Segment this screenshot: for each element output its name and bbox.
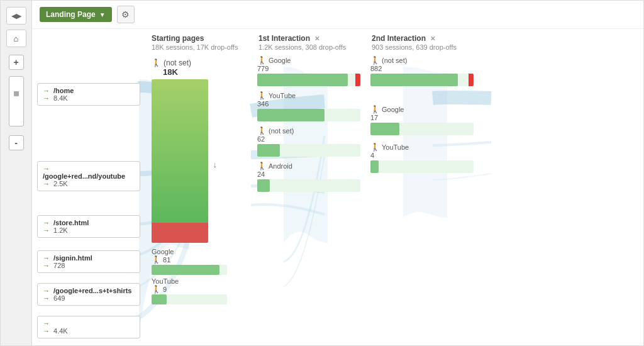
interaction2-youtube-fill	[370, 160, 379, 173]
interaction2-google-label: 🚶 Google	[370, 105, 474, 114]
arrow-icon-7: →	[43, 254, 50, 262]
interaction1-youtube[interactable]: 🚶 YouTube 346	[257, 91, 360, 121]
content-area: Landing Page ▼ ⚙	[32, 1, 643, 345]
starting-main-node[interactable]: 🚶 (not set) 18K	[152, 59, 246, 77]
landing-node-gy-label: → /google+red...nd/youtube	[43, 165, 135, 180]
landing-column: → /home → 8.4K → /google+red...nd/youtub…	[32, 29, 145, 345]
starting-subtitle: 18K sessions, 17K drop-offs	[152, 43, 246, 51]
interaction1-android-label: 🚶 Android	[257, 162, 360, 170]
arrow-icon: →	[43, 87, 50, 94]
interaction2-youtube[interactable]: 🚶 YouTube 4	[370, 143, 474, 173]
gear-icon: ⚙	[121, 9, 130, 20]
starting-google-value: 🚶 81	[152, 255, 246, 264]
info-icon[interactable]: ✕	[314, 35, 319, 42]
interaction2-youtube-label: 🚶 YouTube	[370, 143, 474, 152]
not-set-label: 🚶 (not set)	[152, 59, 246, 67]
flow-area: → /home → 8.4K → /google+red...nd/youtub…	[32, 29, 643, 345]
interaction2-header: 2nd Interaction ✕ 903 sessions, 639 drop…	[365, 29, 479, 53]
back-forward-btn[interactable]: ◀▶	[6, 7, 26, 25]
spacer1	[32, 108, 145, 159]
interaction1-column: 1st Interaction ✕ 1.2K sessions, 308 dro…	[252, 29, 365, 345]
settings-btn[interactable]: ⚙	[117, 6, 135, 23]
landing-node-store-value: → 1.2K	[43, 226, 135, 234]
landing-node-signin[interactable]: → /signin.html → 728	[37, 250, 140, 273]
person-icon-6: 🚶	[257, 126, 267, 135]
interaction2-subtitle: 903 sessions, 639 drop-offs	[372, 43, 472, 51]
landing-page-dropdown[interactable]: Landing Page ▼	[40, 7, 112, 22]
interaction1-youtube-bar	[257, 109, 360, 121]
zoom-out-btn[interactable]: -	[9, 135, 24, 150]
arrow-icon-10: →	[43, 294, 50, 302]
arrow-icon-4: →	[43, 180, 50, 187]
left-controls: ◀▶ ⌂ + -	[1, 1, 32, 345]
interaction2-notset-value: 882	[370, 65, 474, 72]
starting-header: Starting pages 18K sessions, 17K drop-of…	[145, 29, 252, 53]
landing-node-shirts[interactable]: → /google+red...s+t+shirts → 649	[37, 283, 140, 306]
arrow-icon-9: →	[43, 287, 50, 294]
starting-title: Starting pages	[152, 34, 246, 43]
interaction1-android-fill	[257, 179, 270, 192]
person-icon-9: 🚶	[370, 105, 380, 114]
starting-google-bar	[152, 265, 227, 275]
starting-youtube-fill	[152, 294, 167, 304]
interaction1-subtitle: 1.2K sessions, 308 drop-offs	[258, 43, 359, 51]
scroll-thumb[interactable]	[14, 91, 19, 96]
person-icon-8: 🚶	[370, 56, 380, 65]
home-icon: ⌂	[14, 34, 19, 43]
interaction2-youtube-value: 4	[370, 152, 474, 159]
interaction1-google-bar	[257, 74, 360, 86]
interaction2-google-value: 17	[370, 114, 474, 121]
info-icon-2[interactable]: ✕	[430, 35, 435, 42]
person-icon-4: 🚶	[257, 56, 267, 65]
arrow-icon-8: →	[43, 262, 50, 269]
person-icon-3: 🚶	[152, 285, 161, 294]
interaction2-notset-bar	[370, 74, 474, 86]
landing-node-store[interactable]: → /store.html → 1.2K	[37, 215, 140, 238]
interaction2-google[interactable]: 🚶 Google 17	[370, 105, 474, 135]
person-icon: 🚶	[152, 59, 161, 67]
arrow-icon-2: →	[43, 94, 50, 102]
landing-node-store-label: → /store.html	[43, 219, 135, 226]
starting-youtube-node[interactable]: YouTube 🚶 9	[152, 277, 246, 304]
interaction1-google-value: 779	[257, 65, 360, 72]
main-container: ◀▶ ⌂ + - Landing Page ▼ ⚙	[0, 0, 644, 346]
interaction1-youtube-label: 🚶 YouTube	[257, 91, 360, 100]
interaction1-google[interactable]: 🚶 Google 779	[257, 56, 360, 86]
main-bar[interactable]: ↓	[152, 79, 208, 243]
landing-node-home[interactable]: → /home → 8.4K	[37, 83, 140, 106]
landing-node-google-youtube[interactable]: → /google+red...nd/youtube → 2.5K	[37, 161, 140, 191]
starting-google-label: Google	[152, 248, 246, 255]
home-btn[interactable]: ⌂	[6, 30, 26, 47]
interaction1-notset-bar	[257, 144, 360, 157]
interaction2-notset[interactable]: 🚶 (not set) 882	[370, 56, 474, 86]
interaction1-notset[interactable]: 🚶 (not set) 62	[257, 126, 360, 157]
arrow-icon-5: →	[43, 219, 50, 226]
zoom-in-btn[interactable]: +	[9, 55, 24, 70]
starting-google-node[interactable]: Google 🚶 81	[152, 248, 246, 275]
arrow-icon-6: →	[43, 226, 50, 234]
landing-node-other[interactable]: → → 4.4K	[37, 316, 140, 338]
interaction1-youtube-fill	[257, 109, 325, 121]
starting-column: Starting pages 18K sessions, 17K drop-of…	[145, 29, 252, 345]
interaction2-notset-fill	[370, 74, 458, 86]
person-icon-5: 🚶	[257, 91, 267, 100]
interaction1-android-bar	[257, 179, 360, 192]
interaction1-notset-value: 62	[257, 135, 360, 143]
interaction1-android[interactable]: 🚶 Android 24	[257, 162, 360, 192]
starting-youtube-value: 🚶 9	[152, 285, 246, 294]
person-icon-2: 🚶	[152, 255, 161, 264]
dropdown-label: Landing Page	[46, 10, 96, 19]
spacer5	[32, 308, 145, 313]
landing-node-gy-value: → 2.5K	[43, 180, 135, 187]
arrow-icon-12: →	[43, 327, 50, 335]
interaction1-title: 1st Interaction ✕	[258, 34, 359, 43]
col-header-spacer	[32, 54, 145, 81]
landing-node-other-label: →	[43, 320, 135, 327]
interaction1-youtube-value: 346	[257, 100, 360, 108]
spacer2	[32, 194, 145, 213]
interaction2-google-fill	[370, 123, 399, 135]
arrow-icon-11: →	[43, 320, 50, 327]
interaction1-google-label: 🚶 Google	[257, 56, 360, 65]
starting-sub-nodes: Google 🚶 81 YouTube	[145, 248, 252, 304]
landing-node-shirts-label: → /google+red...s+t+shirts	[43, 287, 135, 294]
